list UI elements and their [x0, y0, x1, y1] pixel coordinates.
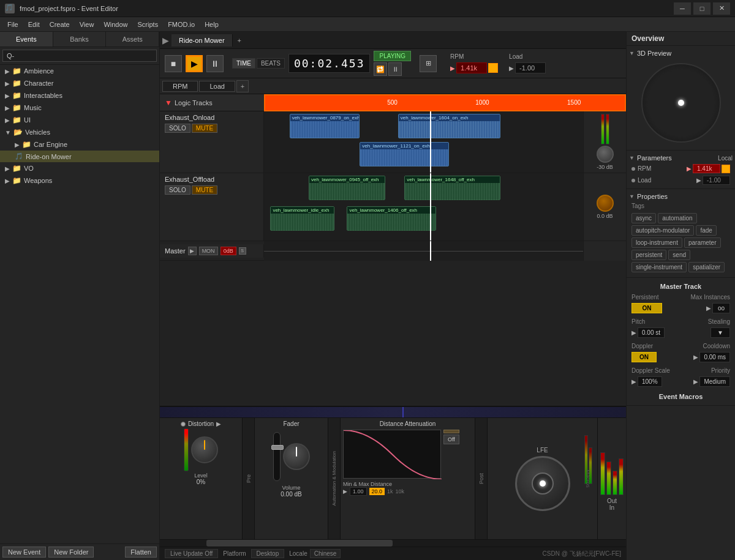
stop-button[interactable]: ■ [165, 55, 182, 72]
distortion-play-icon[interactable]: ▶ [216, 420, 221, 427]
pause-button[interactable]: ⏸ [206, 55, 224, 72]
time-mode-time[interactable]: TIME [232, 58, 255, 69]
menu-view[interactable]: View [75, 20, 99, 29]
mute-button-onload[interactable]: MUTE [192, 124, 217, 133]
event-tab-ride-on-mower[interactable]: Ride-on Mower [172, 34, 233, 47]
audio-clip-1648[interactable]: veh_lawnmower_1648_off_exh [404, 176, 500, 200]
load-param-value[interactable]: -1.00 [703, 176, 730, 185]
doppler-scale-play-icon[interactable]: ▶ [631, 378, 636, 385]
solo-button-offload[interactable]: SOLO [165, 185, 190, 195]
menu-window[interactable]: Window [99, 20, 132, 29]
new-event-button[interactable]: New Event [2, 547, 46, 558]
locale-value[interactable]: Chinese [310, 549, 341, 558]
tab-banks[interactable]: Banks [53, 32, 107, 47]
param-tab-load[interactable]: Load [199, 81, 235, 92]
logic-tracks-collapse-icon[interactable]: ▼ [165, 99, 172, 107]
sidebar-item-interactables[interactable]: ▶ 📁 Interactables [0, 89, 159, 102]
distortion-knob[interactable] [191, 436, 218, 463]
menu-fmodio[interactable]: FMOD.io [163, 20, 200, 29]
cooldown-play-icon[interactable]: ▶ [693, 354, 698, 360]
audio-clip-1604[interactable]: veh_lawnmower_1604_on_exh [398, 114, 500, 138]
distortion-indicator[interactable] [181, 422, 186, 427]
sidebar-item-vehicles[interactable]: ▼ 📂 Vehicles [0, 126, 159, 138]
play-button[interactable]: ▶ [186, 55, 203, 72]
add-tab-button[interactable]: + [233, 34, 246, 47]
priority-play-icon[interactable]: ▶ [693, 378, 698, 385]
audio-clip-1121[interactable]: veh_lawnmower_1121_on_exh [360, 142, 449, 166]
rpm-indicator-dot[interactable] [722, 165, 730, 173]
rpm-param-value[interactable]: 1.41k [693, 164, 720, 173]
stealing-dropdown[interactable]: ▼ [710, 327, 730, 338]
stealing-value-group: ▼ [710, 327, 730, 338]
sidebar-item-character[interactable]: ▶ 📁 Character [0, 77, 159, 89]
close-button[interactable]: ✕ [713, 2, 730, 15]
audio-clip-0945[interactable]: veh_lawnmower_0945_off_exh [309, 176, 385, 200]
solo-button-onload[interactable]: SOLO [165, 124, 190, 133]
event-play-icon[interactable]: ▶ [160, 34, 172, 47]
sidebar-item-music[interactable]: ▶ 📁 Music [0, 102, 159, 114]
doppler-value[interactable]: ON [631, 352, 657, 362]
grid-button[interactable]: ⊞ [420, 55, 437, 72]
doppler-scale-value[interactable]: 100% [638, 376, 662, 387]
rpm-value[interactable]: 1.41k [456, 62, 487, 73]
audio-clip-idle[interactable]: veh_lawnmower_idle_exh [270, 206, 334, 231]
add-param-tab-button[interactable]: + [236, 80, 249, 92]
menu-help[interactable]: Help [200, 20, 224, 29]
priority-value[interactable]: Medium [699, 376, 730, 387]
pause2-button[interactable]: ⏸ [388, 62, 402, 76]
tab-assets[interactable]: Assets [106, 32, 159, 47]
persistent-value[interactable]: ON [631, 303, 662, 313]
max-instances-play[interactable]: ▶ [706, 305, 711, 312]
tag-send: send [668, 250, 690, 260]
volume-knob-offload[interactable] [597, 195, 614, 212]
scrollbar-thumb[interactable] [206, 540, 393, 547]
sidebar-item-car-engine[interactable]: ▶ 📁 Car Engine [0, 138, 159, 151]
play-icon-dist[interactable]: ▶ [343, 488, 347, 495]
platform-value[interactable]: Desktop [251, 549, 285, 558]
mon-button[interactable]: MON [199, 247, 218, 255]
volume-knob-fader[interactable] [283, 443, 310, 470]
time-mode-beats[interactable]: BEATS [257, 58, 285, 69]
loop-button[interactable]: 🔁 [374, 62, 387, 76]
load-value[interactable]: -1.00 [515, 62, 546, 73]
search-input[interactable] [2, 50, 157, 62]
audio-clip-1406[interactable]: veh_lawnmower_1406_off_exh [347, 206, 436, 231]
fader-thumb[interactable] [271, 445, 284, 450]
distance-btn-1[interactable] [443, 430, 459, 433]
volume-knob-onload[interactable] [597, 146, 614, 163]
menu-file[interactable]: File [2, 20, 23, 29]
param-tab-rpm[interactable]: RPM [162, 81, 198, 92]
macro-dial[interactable] [515, 456, 570, 511]
menu-edit[interactable]: Edit [23, 20, 45, 29]
sidebar-item-ui[interactable]: ▶ 📁 UI [0, 114, 159, 126]
menu-scripts[interactable]: Scripts [133, 20, 164, 29]
fader-track [273, 432, 281, 481]
rpm-param-label: RPM [638, 165, 651, 172]
interactables-label: Interactables [24, 92, 62, 99]
menu-create[interactable]: Create [45, 20, 75, 29]
new-folder-button[interactable]: New Folder [48, 547, 94, 558]
sidebar-item-weapons[interactable]: ▶ 📁 Weapons [0, 174, 159, 187]
flatten-button[interactable]: Flatten [125, 547, 157, 558]
minimize-button[interactable]: ─ [674, 2, 691, 15]
pitch-play-icon[interactable]: ▶ [631, 329, 636, 336]
preview-circle[interactable] [641, 63, 721, 143]
ambience-folder-icon: 📁 [12, 67, 21, 75]
tab-events[interactable]: Events [0, 32, 53, 47]
sidebar-item-ride-on-mower[interactable]: 🎵 Ride-on Mower [0, 151, 159, 162]
distance-btn-off[interactable]: Off [443, 435, 459, 444]
rpm-indicator[interactable] [488, 63, 498, 73]
max-instances-value[interactable]: oo [712, 303, 730, 313]
cooldown-value[interactable]: 0.00 ms [699, 352, 730, 362]
sidebar-item-vo[interactable]: ▶ 📁 VO [0, 162, 159, 174]
h-scrollbar[interactable] [160, 539, 626, 547]
live-update-status[interactable]: Live Update Off [165, 549, 218, 558]
mute-button-offload[interactable]: MUTE [192, 185, 217, 195]
maximize-button[interactable]: □ [693, 2, 710, 15]
audio-clip-0879[interactable]: veh_lawnmower_0879_on_exh [290, 114, 360, 138]
sidebar-item-ambience[interactable]: ▶ 📁 Ambience [0, 65, 159, 77]
master-play-button[interactable]: ▶ [188, 247, 197, 255]
post-label: Post [478, 473, 484, 484]
pitch-value[interactable]: 0.00 st [638, 327, 665, 338]
bottom-section: Distortion ▶ Level 0% Pre [160, 406, 626, 547]
